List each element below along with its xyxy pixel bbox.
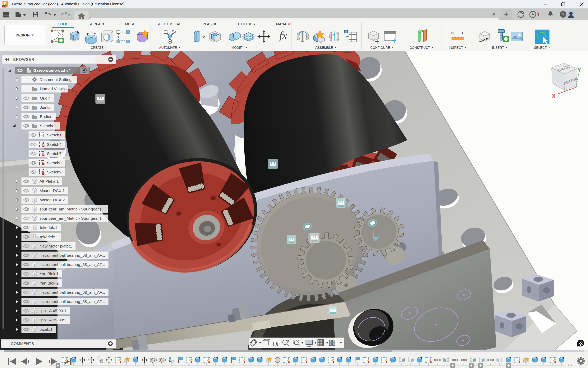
- svg-text:FUS: FUS: [3, 6, 6, 8]
- svg-text:?: ?: [562, 12, 565, 17]
- svg-text:Y: Y: [577, 66, 581, 73]
- svg-text:X: X: [552, 93, 556, 100]
- svg-text:F: F: [4, 1, 6, 6]
- svg-text:1: 1: [537, 12, 540, 18]
- svg-text:fx: fx: [279, 29, 287, 42]
